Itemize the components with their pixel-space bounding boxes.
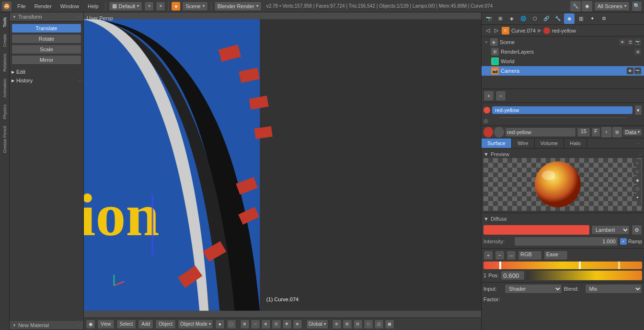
mat-ctrl-dot2[interactable]: [494, 127, 504, 137]
input-select[interactable]: Shader: [505, 284, 562, 294]
viewport-mode-icon[interactable]: ◉: [86, 319, 95, 329]
preview-icon-sky[interactable]: ⬡: [633, 185, 641, 193]
viewport-shading-icon[interactable]: ◌: [227, 319, 236, 329]
material-name-input[interactable]: [492, 106, 632, 114]
tab-wire[interactable]: Wire: [512, 138, 535, 148]
transform-header[interactable]: ▼ Transform ···: [10, 12, 83, 22]
tab-more-icon[interactable]: ···: [633, 138, 644, 148]
sidebar-tab-relations[interactable]: Relations: [1, 51, 8, 75]
vp-right6[interactable]: ▦: [385, 319, 394, 329]
material-name-field[interactable]: [505, 127, 576, 137]
preview-header[interactable]: ▼ Preview ···: [483, 150, 642, 158]
scene-dropdown[interactable]: Scene ▾: [182, 1, 207, 11]
prop-physics-icon[interactable]: ⚙: [598, 13, 609, 24]
vp-right3[interactable]: ⊟: [353, 319, 363, 329]
tree-renderlayers[interactable]: ⊞ RenderLayers ⊞: [482, 47, 644, 57]
topbar-prop-icon1[interactable]: 🔧: [570, 1, 581, 11]
prop-render-icon[interactable]: 📷: [483, 13, 494, 24]
tab-surface[interactable]: Surface: [482, 138, 512, 148]
pos-color-bar[interactable]: [527, 271, 642, 280]
add-layout-button[interactable]: +: [144, 1, 154, 11]
add-button[interactable]: Add: [138, 319, 153, 329]
viewport-icon6[interactable]: ⊗: [293, 319, 302, 329]
gradient-handle3[interactable]: [618, 262, 620, 269]
diffuse-shader-select[interactable]: Lambert: [591, 225, 630, 235]
mat-btn-browse[interactable]: ▾: [634, 105, 642, 115]
cs-arrows[interactable]: ↔: [506, 250, 516, 260]
prop-layers-icon[interactable]: ⊞: [495, 13, 506, 24]
tree-world[interactable]: 🌐 World: [482, 57, 644, 66]
object-button[interactable]: Object: [155, 319, 176, 329]
close-layout-button[interactable]: ×: [156, 1, 165, 11]
sidebar-tab-create[interactable]: Create: [1, 31, 8, 50]
diffuse-header[interactable]: ▼ Diffuse ···: [483, 215, 642, 223]
vp-right1[interactable]: ⊛: [332, 319, 342, 329]
select-button[interactable]: Select: [116, 319, 137, 329]
bc-arrow2[interactable]: ▷: [493, 27, 500, 34]
global-dropdown[interactable]: Global ▾: [306, 319, 328, 329]
mat-data-dropdown[interactable]: Data ▾: [623, 128, 642, 136]
edit-section[interactable]: ▶ Edit ···: [10, 68, 83, 76]
render-engine-dropdown[interactable]: Blender Render ▾: [214, 1, 262, 11]
menu-help[interactable]: Help: [84, 2, 103, 10]
history-section[interactable]: ▶ History ···: [10, 76, 83, 85]
tree-scene[interactable]: ▼ ◈ Scene 👁 ☰ 📷: [482, 37, 644, 47]
vp-right4[interactable]: □: [364, 319, 373, 329]
color-gradient[interactable]: [483, 262, 642, 269]
sidebar-tab-physics[interactable]: Physics: [1, 102, 8, 122]
viewport-icon4[interactable]: ⊡: [272, 319, 281, 329]
prop-world-icon[interactable]: 🌐: [518, 13, 529, 24]
intensity-input[interactable]: [514, 237, 618, 246]
object-mode-dropdown[interactable]: Object Mode ▾: [178, 319, 213, 329]
viewport-icon3[interactable]: ⊕: [261, 319, 271, 329]
menu-file[interactable]: File: [13, 2, 30, 10]
prop-material-icon[interactable]: ◉: [564, 13, 575, 24]
tree-cam-icon1[interactable]: 👁: [627, 68, 633, 74]
sidebar-tab-grease-pencil[interactable]: Grease Pencil: [1, 123, 8, 156]
blend-select[interactable]: Mix: [585, 284, 643, 294]
layout-dropdown[interactable]: ▦ Default ▾: [109, 1, 143, 11]
cs-ease-select[interactable]: Ease: [544, 250, 568, 260]
mirror-button[interactable]: Mirror: [12, 55, 81, 65]
tab-volume[interactable]: Volume: [535, 138, 564, 148]
scale-button[interactable]: Scale: [12, 45, 81, 54]
prop-scene-icon[interactable]: ◈: [506, 13, 517, 24]
rotate-button[interactable]: Rotate: [12, 34, 81, 44]
tree-cam-icon2[interactable]: 📷: [634, 68, 641, 74]
viewport-display-icon[interactable]: ●: [215, 319, 225, 329]
viewport-icon5[interactable]: ✥: [282, 319, 292, 329]
menu-window[interactable]: Window: [57, 2, 83, 10]
preview-icon-world[interactable]: ◉: [633, 176, 641, 184]
sidebar-tab-tools[interactable]: Tools: [1, 14, 8, 30]
diffuse-settings-btn[interactable]: ⚙: [632, 225, 642, 235]
prop-particles-icon[interactable]: ✦: [587, 13, 598, 24]
sidebar-tab-animation[interactable]: Animation: [1, 76, 8, 101]
cs-mode-select[interactable]: RGB: [518, 250, 542, 260]
vp-right2[interactable]: ⊞: [343, 319, 352, 329]
search-button[interactable]: 🔍: [632, 1, 642, 11]
tree-scene-icon3[interactable]: 📷: [634, 39, 641, 46]
mat-add-icon[interactable]: +: [601, 127, 611, 137]
cs-remove-btn[interactable]: −: [495, 250, 505, 260]
translate-button[interactable]: Translate: [12, 23, 81, 33]
mat-copy-icon[interactable]: ⊞: [612, 127, 622, 137]
pos-input[interactable]: [501, 271, 525, 280]
tree-camera[interactable]: 📷 Camera 👁 📷: [482, 66, 644, 76]
preview-icon-flat[interactable]: □: [633, 168, 641, 175]
topbar-prop-icon2[interactable]: ◉: [582, 1, 592, 11]
prop-object-icon[interactable]: ⬡: [529, 13, 540, 24]
tree-rl-icon[interactable]: ⊞: [634, 48, 641, 55]
preview-icon-light[interactable]: ✦: [633, 193, 641, 201]
mat-ctrl-dot[interactable]: [483, 127, 493, 137]
add-slot-button[interactable]: +: [483, 91, 494, 101]
new-material-header[interactable]: ▼ New Material ···: [10, 321, 83, 330]
prop-texture-icon[interactable]: ▥: [575, 13, 586, 24]
cs-add-btn[interactable]: +: [483, 250, 493, 260]
remove-slot-button[interactable]: −: [495, 91, 506, 101]
gradient-handle1[interactable]: [499, 262, 501, 269]
prop-constraints-icon[interactable]: 🔗: [541, 13, 552, 24]
tree-scene-icon1[interactable]: 👁: [619, 39, 626, 46]
prop-modifiers-icon[interactable]: 🔧: [552, 13, 563, 24]
diffuse-color-bar[interactable]: [483, 225, 589, 235]
view-button[interactable]: View: [97, 319, 115, 329]
